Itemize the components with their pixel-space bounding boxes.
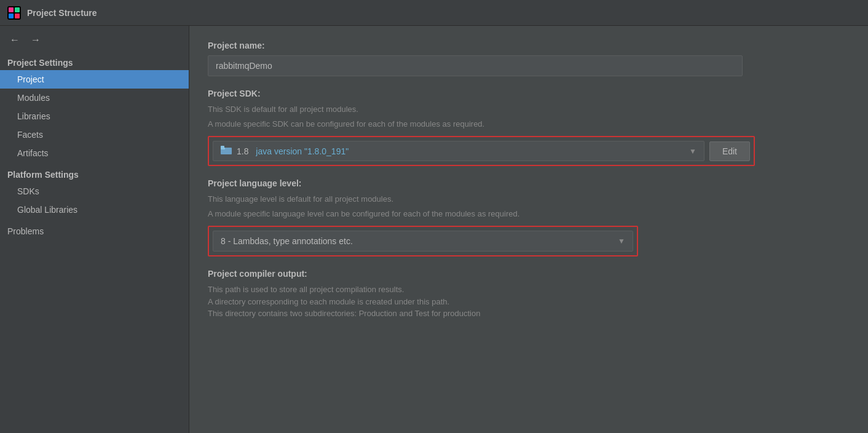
lang-dropdown-arrow: ▼: [618, 237, 625, 245]
compiler-desc1: This path is used to store all project c…: [208, 284, 850, 296]
sidebar-item-facets[interactable]: Facets: [0, 125, 189, 144]
sidebar-item-project[interactable]: Project: [0, 70, 189, 89]
svg-rect-1: [9, 7, 14, 12]
sdk-desc2: A module specific SDK can be configured …: [208, 118, 850, 130]
folder-icon: [221, 146, 232, 156]
sidebar-item-artifacts[interactable]: Artifacts: [0, 144, 189, 162]
lang-row: 8 - Lambdas, type annotations etc. ▼: [208, 226, 638, 256]
sidebar-item-modules[interactable]: Modules: [0, 89, 189, 107]
back-button[interactable]: ←: [6, 33, 23, 47]
compiler-desc3: This directory contains two subdirectori…: [208, 308, 850, 320]
sidebar: ← → Project Settings Project Modules Lib…: [0, 26, 189, 433]
forward-button[interactable]: →: [27, 33, 44, 47]
compiler-desc2: A directory corresponding to each module…: [208, 296, 850, 308]
lang-value-label: 8 - Lambdas, type annotations etc.: [221, 236, 353, 246]
svg-rect-3: [9, 14, 14, 18]
svg-rect-4: [15, 14, 20, 18]
sdk-row: 1.8 java version "1.8.0_191" ▼ Edit: [208, 136, 755, 166]
main-layout: ← → Project Settings Project Modules Lib…: [0, 26, 868, 433]
project-settings-header: Project Settings: [0, 53, 189, 70]
sidebar-item-libraries[interactable]: Libraries: [0, 107, 189, 125]
compiler-label: Project compiler output:: [208, 269, 850, 279]
sdk-section: Project SDK: This SDK is default for all…: [208, 89, 850, 166]
lang-dropdown[interactable]: 8 - Lambdas, type annotations etc. ▼: [213, 231, 633, 252]
lang-desc2: A module specific language level can be …: [208, 208, 850, 220]
sdk-dropdown-arrow: ▼: [689, 147, 696, 156]
platform-settings-header: Platform Settings: [0, 162, 189, 182]
sidebar-item-global-libraries[interactable]: Global Libraries: [0, 201, 189, 219]
lang-section: Project language level: This language le…: [208, 178, 850, 256]
compiler-section: Project compiler output: This path is us…: [208, 269, 850, 320]
app-logo: [7, 6, 21, 20]
sidebar-item-sdks[interactable]: SDKs: [0, 182, 189, 201]
sdk-desc1: This SDK is default for all project modu…: [208, 103, 850, 116]
svg-rect-7: [221, 146, 224, 148]
edit-sdk-button[interactable]: Edit: [709, 141, 750, 161]
svg-rect-2: [15, 7, 20, 12]
title-bar: Project Structure: [0, 0, 868, 26]
sdk-dropdown[interactable]: 1.8 java version "1.8.0_191" ▼: [213, 141, 704, 161]
content-area: Project name: Project SDK: This SDK is d…: [189, 26, 868, 433]
lang-label: Project language level:: [208, 178, 850, 188]
project-name-label: Project name:: [208, 41, 850, 50]
nav-buttons: ← →: [0, 30, 189, 53]
window-title: Project Structure: [27, 8, 97, 18]
sdk-label: Project SDK:: [208, 89, 850, 98]
sdk-value-label: java version "1.8.0_191": [253, 146, 349, 156]
sidebar-item-problems[interactable]: Problems: [0, 219, 189, 239]
project-name-input[interactable]: [208, 55, 743, 76]
lang-desc1: This language level is default for all p…: [208, 193, 850, 205]
sdk-version-label: 1.8: [237, 146, 248, 156]
